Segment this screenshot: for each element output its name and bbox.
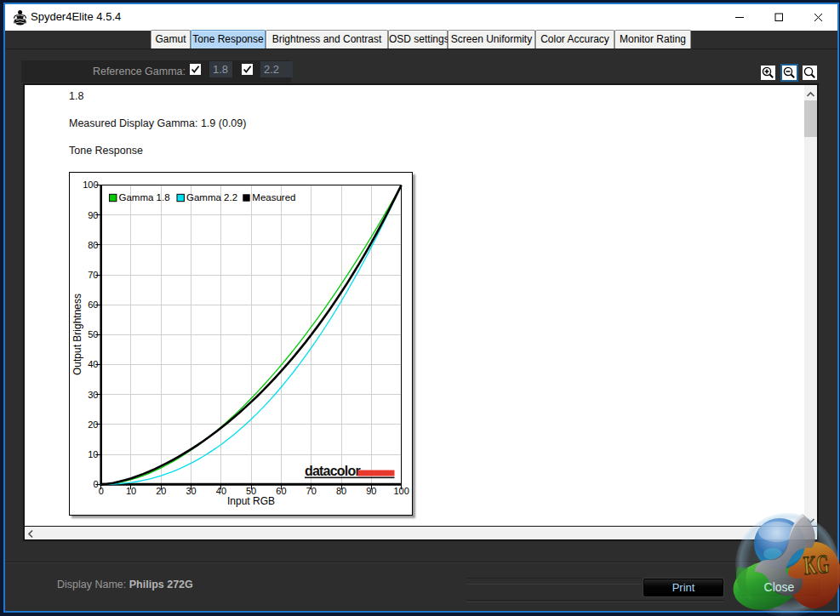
svg-text:Measured: Measured <box>252 192 295 202</box>
svg-text:datacolor: datacolor <box>305 464 360 478</box>
svg-text:Input RGB: Input RGB <box>227 495 275 507</box>
svg-text:40: 40 <box>216 486 226 496</box>
svg-text:30: 30 <box>186 486 196 496</box>
svg-text:80: 80 <box>88 240 98 250</box>
svg-text:Gamma 2.2: Gamma 2.2 <box>186 192 237 202</box>
svg-text:20: 20 <box>156 486 166 496</box>
svg-text:Gamma 1.8: Gamma 1.8 <box>119 192 170 202</box>
svg-text:Output Brightness: Output Brightness <box>71 294 83 375</box>
svg-text:60: 60 <box>88 299 98 310</box>
svg-text:60: 60 <box>276 486 286 496</box>
svg-text:40: 40 <box>88 359 98 369</box>
svg-text:100: 100 <box>393 486 409 496</box>
svg-text:90: 90 <box>88 210 98 220</box>
svg-text:20: 20 <box>88 419 98 430</box>
svg-text:80: 80 <box>336 486 346 496</box>
svg-text:10: 10 <box>88 449 98 459</box>
svg-text:70: 70 <box>306 486 317 496</box>
svg-text:0: 0 <box>99 486 104 496</box>
svg-text:70: 70 <box>88 270 98 280</box>
svg-text:KG: KG <box>803 549 831 580</box>
svg-text:90: 90 <box>366 486 376 496</box>
svg-text:50: 50 <box>88 329 98 339</box>
svg-text:0: 0 <box>93 479 98 489</box>
svg-text:30: 30 <box>88 390 98 400</box>
svg-text:100: 100 <box>83 180 98 190</box>
svg-text:10: 10 <box>126 486 136 496</box>
